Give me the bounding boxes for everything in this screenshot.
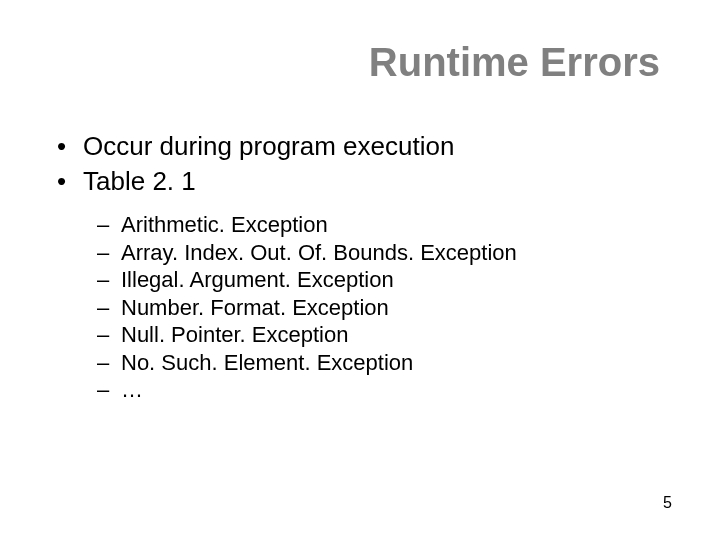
- slide: Runtime Errors Occur during program exec…: [0, 0, 720, 540]
- slide-body: Occur during program execution Table 2. …: [55, 130, 660, 404]
- bullet-level2: …: [97, 376, 660, 404]
- bullet-level2: Null. Pointer. Exception: [97, 321, 660, 349]
- bullet-level2: No. Such. Element. Exception: [97, 349, 660, 377]
- bullet-level2: Illegal. Argument. Exception: [97, 266, 660, 294]
- slide-title: Runtime Errors: [369, 40, 660, 85]
- bullet-level2: Number. Format. Exception: [97, 294, 660, 322]
- page-number: 5: [663, 494, 672, 512]
- bullet-level2: Array. Index. Out. Of. Bounds. Exception: [97, 239, 660, 267]
- sub-bullet-list: Arithmetic. Exception Array. Index. Out.…: [55, 211, 660, 404]
- bullet-level2: Arithmetic. Exception: [97, 211, 660, 239]
- bullet-level1: Table 2. 1: [55, 165, 660, 198]
- bullet-level1: Occur during program execution: [55, 130, 660, 163]
